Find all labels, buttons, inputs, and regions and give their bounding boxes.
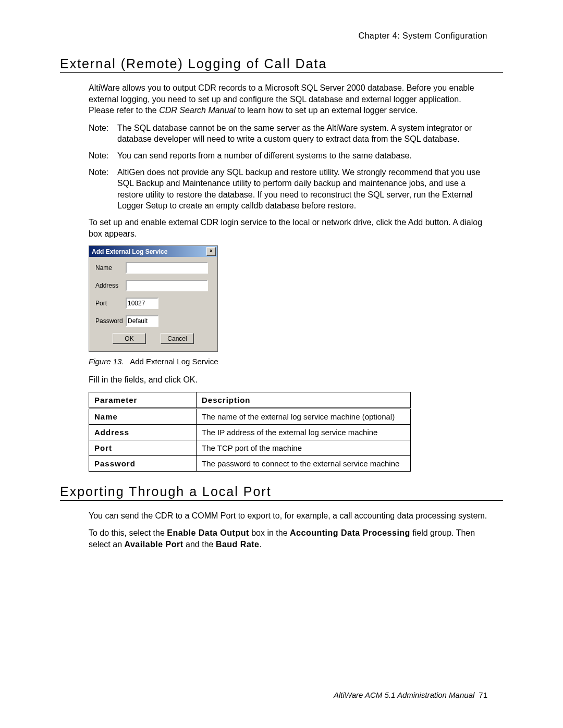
page-footer: AltiWare ACM 5.1 Administration Manual71 — [334, 690, 487, 699]
dialog-row-name: Name — [95, 262, 211, 274]
p2-d: Accounting Data Processing — [290, 528, 410, 537]
dialog-row-password: Password — [95, 315, 211, 327]
setup-paragraph: To set up and enable external CDR login … — [89, 217, 487, 239]
password-label: Password — [95, 317, 126, 325]
intro-text-ital: CDR Search Manual — [159, 106, 236, 115]
note-text: The SQL database cannot be on the same s… — [117, 122, 487, 145]
param-cell: Address — [89, 424, 197, 440]
add-external-log-dialog: Add External Log Service × Name Address … — [89, 245, 218, 352]
note-label: Note: — [89, 167, 117, 212]
note-row: Note: You can send reports from a number… — [89, 150, 487, 162]
note-label: Note: — [89, 122, 117, 145]
p2-c: box in the — [249, 528, 290, 537]
ok-button[interactable]: OK — [113, 333, 146, 344]
desc-cell: The password to connect to the external … — [197, 455, 411, 471]
manual-title: AltiWare ACM 5.1 Administration Manual — [334, 690, 474, 699]
close-icon[interactable]: × — [206, 247, 216, 256]
page-number: 71 — [479, 690, 487, 699]
p2-g: and the — [183, 540, 216, 549]
p2-h: Baud Rate — [216, 540, 260, 549]
note-row: Note: AltiGen does not provide any SQL b… — [89, 167, 487, 212]
dialog-buttons: OK Cancel — [95, 333, 211, 344]
intro-paragraph: AltiWare allows you to output CDR record… — [89, 82, 487, 116]
table-row: Name The name of the external log servic… — [89, 408, 411, 424]
address-input[interactable] — [126, 280, 208, 291]
section-heading-exporting: Exporting Through a Local Port — [60, 484, 503, 501]
col-description: Description — [197, 392, 411, 408]
figure-text: Add External Log Service — [130, 357, 218, 366]
desc-cell: The name of the external log service mac… — [197, 408, 411, 424]
password-input[interactable] — [126, 315, 158, 327]
chapter-header: Chapter 4: System Configuration — [60, 31, 487, 41]
fill-instruction: Fill in the fields, and click OK. — [89, 374, 487, 386]
figure-caption: Figure 13. Add External Log Service — [89, 357, 503, 366]
dialog-title: Add External Log Service — [92, 248, 206, 255]
note-row: Note: The SQL database cannot be on the … — [89, 122, 487, 145]
table-row: Password The password to connect to the … — [89, 455, 411, 471]
name-input[interactable] — [126, 262, 208, 274]
cancel-button[interactable]: Cancel — [161, 333, 194, 344]
parameter-table: Parameter Description Name The name of t… — [89, 392, 411, 472]
name-label: Name — [95, 264, 126, 272]
note-text: AltiGen does not provide any SQL backup … — [117, 167, 487, 212]
desc-cell: The IP address of the external log servi… — [197, 424, 411, 440]
export-paragraph-1: You can send the CDR to a COMM Port to e… — [89, 510, 487, 522]
table-row: Port The TCP port of the machine — [89, 440, 411, 455]
port-label: Port — [95, 300, 126, 307]
p2-a: To do this, select the — [89, 528, 167, 537]
dialog-row-port: Port — [95, 298, 211, 309]
intro-text-b: to learn how to set up an external logge… — [236, 106, 418, 115]
port-input[interactable] — [126, 298, 158, 309]
p2-i: . — [260, 540, 262, 549]
dialog-body: Name Address Port Password OK Cancel — [89, 257, 217, 351]
param-cell: Port — [89, 440, 197, 455]
param-cell: Password — [89, 455, 197, 471]
section-heading-external-logging: External (Remote) Logging of Call Data — [60, 56, 503, 73]
note-label: Note: — [89, 150, 117, 162]
address-label: Address — [95, 282, 126, 289]
dialog-row-address: Address — [95, 280, 211, 291]
p2-f: Available Port — [124, 540, 183, 549]
param-cell: Name — [89, 408, 197, 424]
note-text: You can send reports from a number of di… — [117, 150, 487, 162]
table-header-row: Parameter Description — [89, 392, 411, 408]
desc-cell: The TCP port of the machine — [197, 440, 411, 455]
export-paragraph-2: To do this, select the Enable Data Outpu… — [89, 527, 487, 550]
p2-b: Enable Data Output — [167, 528, 249, 537]
col-parameter: Parameter — [89, 392, 197, 408]
document-page: Chapter 4: System Configuration External… — [0, 0, 563, 728]
dialog-titlebar: Add External Log Service × — [89, 246, 217, 257]
table-row: Address The IP address of the external l… — [89, 424, 411, 440]
figure-number: Figure 13. — [89, 357, 124, 366]
